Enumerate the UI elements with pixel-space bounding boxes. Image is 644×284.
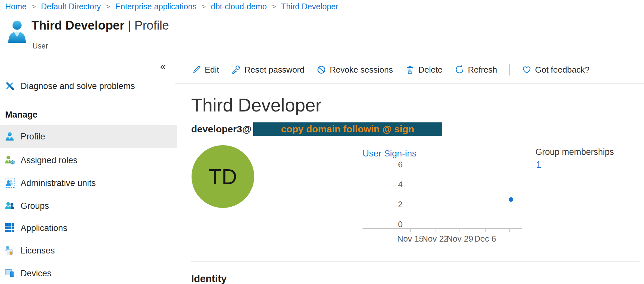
sidebar-section-manage: Manage [5, 110, 38, 120]
person-icon [4, 131, 15, 142]
trash-icon [405, 65, 415, 75]
applications-icon [4, 223, 15, 234]
command-label: Refresh [468, 65, 497, 75]
upn-prefix: developer3@ [191, 124, 252, 135]
x-axis-line [362, 228, 522, 229]
heart-icon [522, 65, 532, 75]
user-signins-link[interactable]: User Sign-ins [362, 148, 416, 159]
block-icon [317, 65, 326, 75]
sidebar-item-label: Devices [21, 269, 51, 279]
user-icon [7, 20, 27, 43]
page-title-section: Profile [134, 19, 169, 32]
sidebar-item-diagnose-and-solve-problems[interactable]: Diagnose and solve problems [0, 76, 177, 96]
x-axis-tick [410, 228, 411, 232]
assigned-roles-icon [4, 155, 15, 166]
key-icon [231, 65, 241, 75]
x-axis-tick [435, 228, 435, 232]
sidebar-item-licenses[interactable]: Licenses [0, 240, 177, 261]
domain-redaction-overlay: copy domain followin @ sign [253, 122, 442, 136]
delete-button[interactable]: Delete [405, 65, 443, 75]
identity-section-heading: Identity [191, 273, 227, 284]
breadcrumb-separator: > [106, 3, 110, 11]
sidebar-item-label: Diagnose and solve problems [21, 81, 135, 91]
tools-icon [4, 81, 15, 92]
avatar: TD [192, 145, 254, 208]
breadcrumb-separator: > [32, 3, 36, 11]
reset-password-button[interactable]: Reset password [231, 65, 304, 75]
edit-button[interactable]: Edit [192, 65, 219, 75]
sidebar-item-assigned-roles[interactable]: Assigned roles [0, 150, 177, 171]
sidebar-item-label: Licenses [21, 246, 55, 256]
page-title: Third Developer | Profile [31, 19, 169, 32]
page-title-name: Third Developer [31, 19, 124, 32]
breadcrumb-separator: > [272, 3, 276, 11]
got-feedback--button[interactable]: Got feedback? [522, 65, 589, 75]
command-label: Edit [205, 65, 219, 75]
breadcrumb-separator: > [202, 3, 206, 11]
object-type-label: User [32, 42, 48, 50]
command-label: Reset password [245, 65, 304, 75]
x-axis-tick-label: Dec 6 [468, 234, 503, 244]
sidebar-item-label: Groups [21, 201, 49, 211]
command-bar-divider [175, 83, 644, 84]
sidebar-item-devices[interactable]: Devices [0, 263, 177, 284]
y-axis-tick-label: 4 [383, 180, 403, 189]
command-bar: EditReset passwordRevoke sessionsDeleteR… [192, 60, 589, 79]
breadcrumb-item-dbt-cloud-demo[interactable]: dbt-cloud-demo [211, 2, 267, 11]
breadcrumb-item-default-directory[interactable]: Default Directory [41, 2, 101, 11]
sidebar-item-administrative-units[interactable]: Administrative units [0, 173, 177, 194]
command-label: Got feedback? [535, 65, 589, 75]
pencil-icon [192, 65, 201, 75]
y-axis-tick-label: 2 [383, 200, 403, 209]
breadcrumb-item-third-developer[interactable]: Third Developer [281, 2, 338, 11]
command-bar-separator [509, 64, 510, 75]
sidebar-item-groups[interactable]: Groups [0, 195, 177, 217]
sidebar-item-profile[interactable]: Profile [0, 125, 177, 148]
upn-row: developer3@ copy domain followin @ sign [191, 122, 442, 136]
chart-title-underline [362, 159, 522, 159]
user-display-name: Third Developer [191, 94, 322, 116]
x-axis-tick [485, 228, 486, 232]
page-title-separator: | [128, 19, 131, 32]
group-memberships-label: Group memberships [535, 147, 614, 157]
breadcrumb-item-enterprise-applications[interactable]: Enterprise applications [115, 2, 197, 11]
sidebar-item-applications[interactable]: Applications [0, 217, 177, 239]
refresh-icon [455, 65, 464, 75]
avatar-initials: TD [209, 164, 237, 189]
y-axis-tick-label: 6 [383, 160, 403, 169]
section-divider [191, 262, 640, 262]
revoke-sessions-button[interactable]: Revoke sessions [317, 65, 393, 75]
azure-user-profile-page: Home>Default Directory>Enterprise applic… [0, 0, 644, 284]
sidebar-item-label: Applications [21, 223, 67, 233]
sidebar-item-label: Assigned roles [21, 155, 77, 165]
breadcrumb-item-home[interactable]: Home [5, 2, 27, 11]
admin-units-icon [4, 178, 15, 189]
y-axis-tick-label: 0 [383, 219, 403, 229]
x-axis-tick [509, 228, 510, 232]
breadcrumb: Home>Default Directory>Enterprise applic… [5, 2, 338, 11]
command-label: Revoke sessions [330, 65, 393, 75]
sidebar-item-label: Profile [21, 132, 45, 142]
command-label: Delete [418, 65, 443, 75]
licenses-icon [4, 245, 15, 256]
sidebar-section-divider [4, 125, 162, 125]
data-point [509, 197, 513, 202]
x-axis-tick [460, 228, 460, 232]
sidebar-collapse-button[interactable]: « [160, 60, 166, 72]
group-memberships-count-link[interactable]: 1 [536, 159, 541, 170]
groups-icon [4, 200, 15, 211]
refresh-button[interactable]: Refresh [455, 65, 497, 75]
sidebar-item-label: Administrative units [21, 178, 96, 188]
devices-icon [4, 268, 15, 279]
